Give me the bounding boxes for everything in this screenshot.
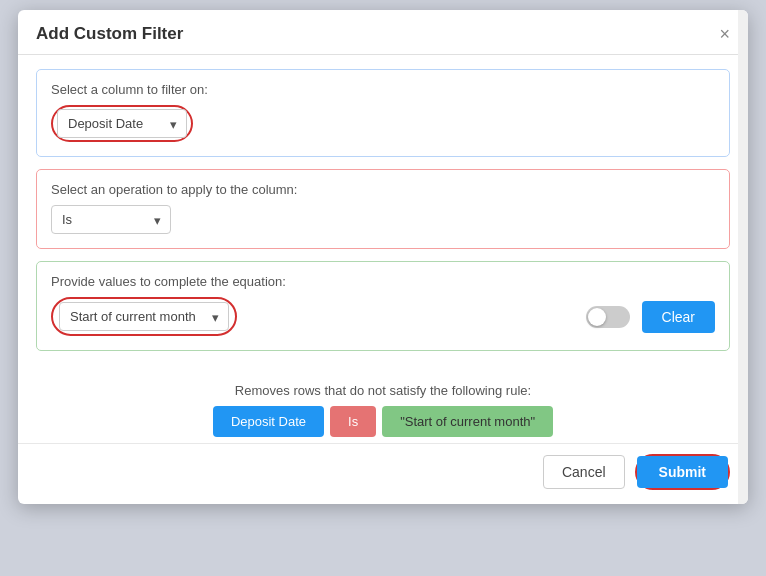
operation-select[interactable]: Is Is Not Contains Greater Than Less Tha… — [51, 205, 171, 234]
modal-footer: Cancel Submit — [18, 443, 748, 504]
toggle-switch[interactable] — [586, 306, 630, 328]
column-circle-highlight: Deposit Date Amount Status Name — [51, 105, 193, 142]
column-select[interactable]: Deposit Date Amount Status Name — [57, 109, 187, 138]
clear-button[interactable]: Clear — [642, 301, 715, 333]
value-section: Provide values to complete the equation:… — [36, 261, 730, 351]
modal-title: Add Custom Filter — [36, 24, 183, 44]
scrollbar[interactable] — [738, 10, 748, 504]
toggle-container — [586, 306, 630, 328]
value-section-label: Provide values to complete the equation: — [51, 274, 715, 289]
modal-body: Select a column to filter on: Deposit Da… — [18, 55, 748, 373]
column-section-label: Select a column to filter on: — [51, 82, 715, 97]
rule-description: Removes rows that do not satisfy the fol… — [36, 383, 730, 398]
modal-header: Add Custom Filter × — [18, 10, 748, 55]
value-left: Start of current month End of current mo… — [51, 297, 237, 336]
operation-select-wrapper: Is Is Not Contains Greater Than Less Tha… — [51, 205, 171, 234]
close-button[interactable]: × — [719, 25, 730, 43]
cancel-button[interactable]: Cancel — [543, 455, 625, 489]
value-select-wrapper: Start of current month End of current mo… — [59, 302, 229, 331]
rule-value-tag: "Start of current month" — [382, 406, 553, 437]
modal-overlay: Add Custom Filter × Select a column to f… — [0, 0, 766, 576]
operation-section: Select an operation to apply to the colu… — [36, 169, 730, 249]
value-circle-highlight: Start of current month End of current mo… — [51, 297, 237, 336]
submit-circle-highlight: Submit — [635, 454, 730, 490]
rule-column-tag: Deposit Date — [213, 406, 324, 437]
value-row: Start of current month End of current mo… — [51, 297, 715, 336]
rule-operation-tag: Is — [330, 406, 376, 437]
rule-section: Removes rows that do not satisfy the fol… — [18, 373, 748, 443]
submit-button[interactable]: Submit — [637, 456, 728, 488]
value-select[interactable]: Start of current month End of current mo… — [59, 302, 229, 331]
rule-tags: Deposit Date Is "Start of current month" — [36, 406, 730, 437]
column-select-wrapper: Deposit Date Amount Status Name — [57, 109, 187, 138]
operation-section-label: Select an operation to apply to the colu… — [51, 182, 715, 197]
column-section: Select a column to filter on: Deposit Da… — [36, 69, 730, 157]
modal: Add Custom Filter × Select a column to f… — [18, 10, 748, 504]
toggle-knob — [588, 308, 606, 326]
